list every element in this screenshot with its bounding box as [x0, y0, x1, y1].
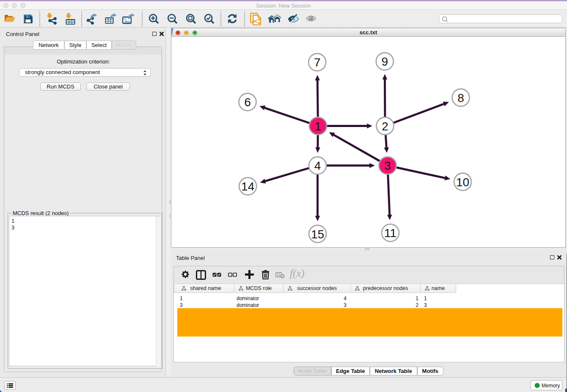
- svg-text:9: 9: [382, 55, 388, 68]
- svg-text:11: 11: [384, 226, 396, 240]
- svg-text:14: 14: [241, 180, 254, 193]
- svg-text:1: 1: [315, 120, 322, 133]
- svg-text:15: 15: [311, 228, 324, 241]
- svg-text:2: 2: [382, 120, 388, 133]
- svg-text:4: 4: [314, 159, 321, 172]
- svg-text:10: 10: [456, 176, 469, 189]
- svg-text:8: 8: [457, 91, 464, 105]
- svg-text:6: 6: [244, 96, 251, 109]
- svg-text:3: 3: [384, 159, 391, 172]
- svg-text:7: 7: [314, 56, 321, 69]
